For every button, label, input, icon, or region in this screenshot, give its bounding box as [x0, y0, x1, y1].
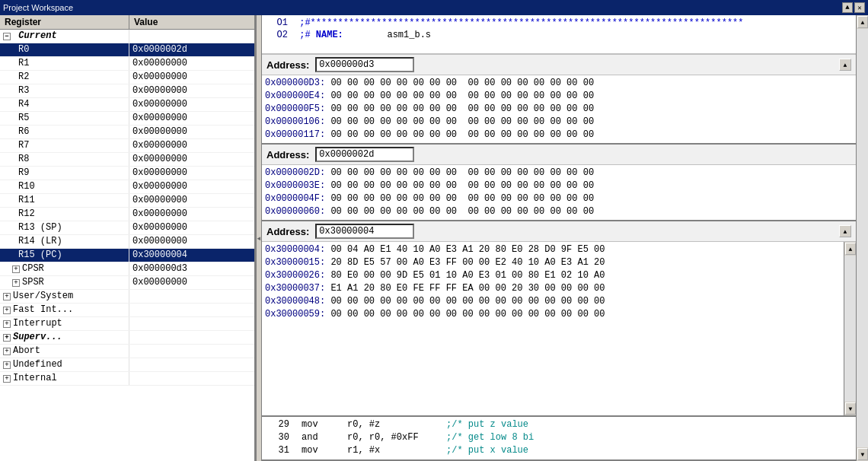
- mem-line: 0x30000048: 00 00 00 00 00 00 00 00 00 0…: [265, 295, 841, 308]
- list-item[interactable]: +Internal: [0, 372, 254, 386]
- list-item[interactable]: R10 0x00000000: [0, 180, 254, 194]
- list-item[interactable]: +Abort: [0, 345, 254, 358]
- cpsr-expand-icon[interactable]: +: [12, 265, 20, 273]
- mem-line: 0x30000004: 00 04 A0 E1 40 10 A0 E3 A1 2…: [265, 243, 841, 256]
- superv-expand-icon[interactable]: +: [3, 334, 11, 342]
- main-vscrollbar[interactable]: ▲ ▼: [856, 15, 868, 461]
- list-item[interactable]: R8 0x00000000: [0, 153, 254, 167]
- mem1-addr-input[interactable]: [315, 57, 414, 72]
- reg-value-spsr: 0x00000000: [129, 276, 190, 289]
- reg-section-superv: +Superv...: [0, 331, 129, 344]
- reg-name-spsr: +SPSR: [0, 276, 129, 289]
- scroll-track: [844, 256, 856, 402]
- mem3-addr-input[interactable]: [315, 224, 414, 239]
- abort-expand-icon[interactable]: +: [3, 348, 11, 355]
- list-item[interactable]: +Interrupt: [0, 317, 254, 331]
- list-item[interactable]: − Current: [0, 30, 254, 43]
- asm-line-3: 31 mov r1, #x ;/* put x value: [266, 444, 851, 457]
- splitter-handle[interactable]: ◄: [256, 15, 262, 461]
- list-item[interactable]: R2 0x00000000: [0, 71, 254, 84]
- list-item[interactable]: R9 0x00000000: [0, 167, 254, 180]
- mem-line: 0x0000002D: 00 00 00 00 00 00 00 00 00 0…: [265, 167, 853, 180]
- mem-panel-2-header: Address:: [262, 145, 856, 165]
- mem-bytes: 00 00 00 00 00 00 00 00 00 00 00 00 00 0…: [330, 193, 594, 204]
- scroll-up-btn[interactable]: ▲: [845, 243, 856, 255]
- list-item[interactable]: R15 (PC) 0x30000004: [0, 249, 254, 262]
- close-button[interactable]: ✕: [854, 2, 865, 13]
- list-item[interactable]: +SPSR 0x00000000: [0, 276, 254, 290]
- code-panel: O1 ;#***********************************…: [262, 15, 856, 55]
- mem-addr: 0x30000015:: [265, 257, 325, 268]
- mem3-vscrollbar[interactable]: ▲ ▼: [844, 242, 856, 415]
- mem1-content: 0x000000D3: 00 00 00 00 00 00 00 00 00 0…: [262, 75, 856, 143]
- list-item[interactable]: +Fast Int...: [0, 304, 254, 317]
- reg-value-r14: 0x00000000: [129, 235, 190, 248]
- right-area: O1 ;#***********************************…: [262, 15, 856, 461]
- mem2-addr-input[interactable]: [315, 147, 414, 162]
- list-item[interactable]: R0 0x0000002d: [0, 43, 254, 57]
- reg-name-r0: R0: [0, 43, 129, 56]
- mem-bytes: 00 00 00 00 00 00 00 00 00 00 00 00 00 0…: [330, 296, 605, 307]
- main-scroll-up[interactable]: ▲: [857, 16, 868, 28]
- reg-name-r4: R4: [0, 98, 129, 111]
- reg-value-r3: 0x00000000: [129, 84, 190, 97]
- mem3-scroll-up[interactable]: ▲: [839, 225, 851, 237]
- code-text-o2: ;# NAME: asm1_b.s: [294, 29, 431, 41]
- mem-addr: 0x30000037:: [265, 283, 325, 294]
- expand-icon[interactable]: −: [3, 33, 11, 40]
- reg-name-r12: R12: [0, 208, 129, 221]
- mem-line: 0x30000059: 00 00 00 00 00 00 00 00 00 0…: [265, 308, 841, 321]
- list-item[interactable]: R4 0x00000000: [0, 98, 254, 112]
- mem1-addr-label: Address:: [266, 59, 309, 71]
- mem3-addr-label: Address:: [266, 226, 309, 237]
- list-item[interactable]: +Superv...: [0, 331, 254, 345]
- mem-bytes: 00 00 00 00 00 00 00 00 00 00 00 00 00 0…: [330, 103, 594, 114]
- mem1-scroll-up[interactable]: ▲: [839, 59, 851, 71]
- mem-addr: 0x30000026:: [265, 270, 325, 281]
- collapse-button[interactable]: ▲: [842, 2, 853, 13]
- list-item[interactable]: +Undefined: [0, 358, 254, 372]
- list-item[interactable]: R5 0x00000000: [0, 112, 254, 126]
- list-item[interactable]: R7 0x00000000: [0, 139, 254, 153]
- register-scroll[interactable]: − Current R0 0x0000002d R1 0x00000000 R2…: [0, 30, 254, 461]
- spsr-expand-icon[interactable]: +: [12, 279, 20, 287]
- memory-panel-1: Address: ▲ 0x000000D3: 00 00 00 00 00 00…: [262, 55, 856, 145]
- mem-addr: 0x00000106:: [265, 116, 325, 127]
- reg-section-interrupt: +Interrupt: [0, 317, 129, 330]
- mem-line: 0x30000026: 80 E0 00 00 9D E5 01 10 A0 E…: [265, 269, 841, 282]
- list-item[interactable]: R6 0x00000000: [0, 126, 254, 139]
- list-item[interactable]: +User/System: [0, 290, 254, 304]
- reg-section-undefined: +Undefined: [0, 358, 129, 371]
- list-item[interactable]: R14 (LR) 0x00000000: [0, 235, 254, 249]
- list-item[interactable]: +CPSR 0x000000d3: [0, 262, 254, 276]
- list-item[interactable]: R13 (SP) 0x00000000: [0, 221, 254, 235]
- asm-linenum-30: 30: [266, 431, 289, 444]
- mem2-content: 0x0000002D: 00 00 00 00 00 00 00 00 00 0…: [262, 165, 856, 220]
- undefined-expand-icon[interactable]: +: [3, 361, 11, 369]
- list-item[interactable]: R12 0x00000000: [0, 208, 254, 221]
- mem-bytes: 00 00 00 00 00 00 00 00 00 00 00 00 00 0…: [330, 206, 594, 217]
- reg-name-r2: R2: [0, 71, 129, 84]
- reg-value-r6: 0x00000000: [129, 126, 190, 138]
- title-bar: Project Workspace ▲ ✕: [0, 0, 868, 15]
- list-item[interactable]: R11 0x00000000: [0, 194, 254, 208]
- interrupt-expand-icon[interactable]: +: [3, 320, 11, 328]
- usersystem-expand-icon[interactable]: +: [3, 293, 11, 300]
- reg-value-r1: 0x00000000: [129, 57, 190, 70]
- memory-area: Address: ▲ 0x000000D3: 00 00 00 00 00 00…: [262, 55, 856, 461]
- main-scroll-track: [857, 29, 868, 447]
- mem-bytes: 80 E0 00 00 9D E5 01 10 A0 E3 01 00 80 E…: [330, 270, 605, 281]
- list-item[interactable]: R1 0x00000000: [0, 57, 254, 71]
- main-scroll-down[interactable]: ▼: [857, 448, 868, 460]
- code-text-o1: ;#**************************************…: [294, 17, 744, 29]
- fastint-expand-icon[interactable]: +: [3, 307, 11, 314]
- reg-value-r10: 0x00000000: [129, 180, 190, 193]
- asm-mnemonic-30: and: [302, 431, 347, 444]
- scroll-down-btn[interactable]: ▼: [845, 402, 856, 415]
- code-line-1: O1 ;#***********************************…: [266, 17, 851, 29]
- asm-comment-30: ;/* get low 8 bi: [446, 431, 534, 444]
- internal-expand-icon[interactable]: +: [3, 375, 11, 383]
- reg-value-r15: 0x30000004: [129, 249, 190, 262]
- reg-name-cpsr: +CPSR: [0, 262, 129, 275]
- list-item[interactable]: R3 0x00000000: [0, 84, 254, 98]
